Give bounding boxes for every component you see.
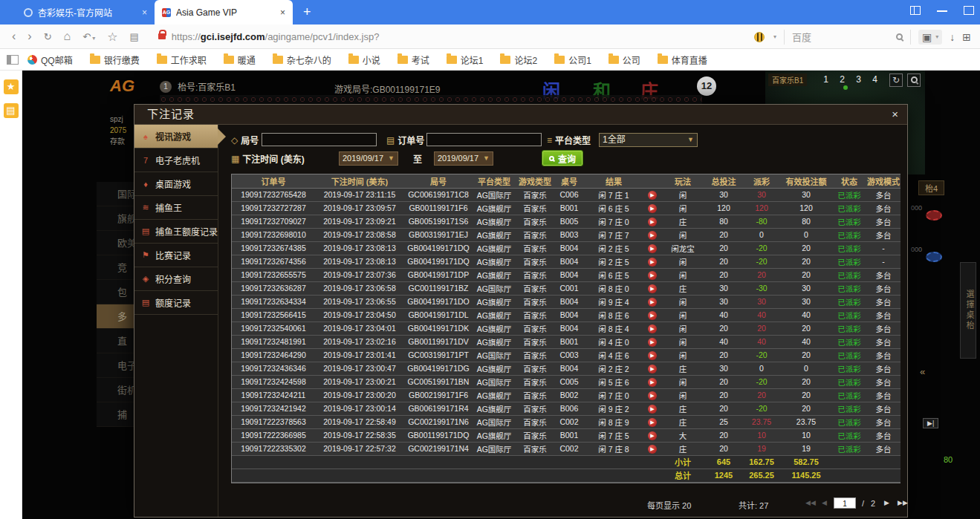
bookmark-item[interactable]: 银行缴费 bbox=[90, 53, 140, 66]
date-from-select[interactable]: ▼2019/09/17 bbox=[339, 151, 398, 166]
tab-close-icon[interactable]: × bbox=[142, 7, 147, 18]
replay-video-icon[interactable]: ▶ bbox=[648, 445, 657, 454]
modal-close-icon[interactable]: × bbox=[892, 108, 898, 120]
notes-icon[interactable]: ▤ bbox=[130, 31, 139, 42]
blue-chip[interactable] bbox=[926, 252, 942, 262]
bee-extension-icon[interactable] bbox=[754, 32, 765, 42]
tab-title: 杏彩娱乐-官方网站 bbox=[38, 6, 136, 19]
cell-table-no: B004 bbox=[554, 308, 584, 321]
sidebar-item-icon: ≋ bbox=[140, 203, 151, 212]
replay-video-icon[interactable]: ▶ bbox=[648, 324, 657, 333]
modal-sidebar-item[interactable]: ≋ 捕鱼王 bbox=[134, 196, 218, 220]
replay-video-icon[interactable]: ▶ bbox=[648, 365, 657, 373]
next-page-button[interactable]: ▶ bbox=[884, 499, 889, 506]
https-lock-icon[interactable] bbox=[158, 33, 166, 39]
video-refresh-icon[interactable]: ↻ bbox=[889, 74, 903, 87]
active-camera-dot bbox=[843, 85, 848, 90]
page-number-input[interactable]: 1 bbox=[834, 497, 856, 509]
replay-video-icon[interactable]: ▶ bbox=[648, 271, 657, 280]
replay-video-icon[interactable]: ▶ bbox=[648, 351, 657, 360]
replay-video-icon[interactable]: ▶ bbox=[648, 231, 657, 240]
replay-video-icon[interactable]: ▶ bbox=[648, 405, 657, 414]
tile-windows-icon[interactable] bbox=[910, 6, 921, 15]
side-panel-toggle-icon[interactable] bbox=[7, 55, 19, 65]
table-row: 190917232436346 2019-09-17 23:00:47 GB00… bbox=[232, 362, 901, 375]
search-button[interactable]: 查询 bbox=[542, 150, 583, 166]
cell-table-no: B001 bbox=[554, 428, 584, 442]
bookmark-item[interactable]: 公司1 bbox=[554, 53, 591, 66]
bookmark-item[interactable]: 体育直播 bbox=[658, 53, 707, 66]
replay-video-icon[interactable]: ▶ bbox=[648, 298, 657, 307]
maximize-icon[interactable] bbox=[964, 6, 974, 15]
new-tab-button[interactable]: + bbox=[303, 4, 311, 20]
modal-sidebar-item[interactable]: 7 电子老虎机 bbox=[134, 148, 218, 172]
round-no-input[interactable] bbox=[262, 133, 377, 146]
red-chip[interactable] bbox=[926, 210, 942, 221]
bookmark-item[interactable]: QQ邮箱 bbox=[27, 53, 73, 66]
cell-status: 已派彩 bbox=[832, 348, 866, 362]
cell-valid-bet: 20 bbox=[780, 375, 832, 388]
replay-video-icon[interactable]: ▶ bbox=[648, 338, 657, 347]
bookmark-item[interactable]: 公司 bbox=[609, 53, 640, 66]
order-no-input[interactable] bbox=[426, 133, 542, 146]
bookmark-item[interactable]: 论坛1 bbox=[447, 53, 484, 66]
browser-tab-inactive[interactable]: 杏彩娱乐-官方网站 × bbox=[16, 0, 155, 25]
camera-tabs[interactable]: 1 2 3 4 bbox=[823, 74, 882, 85]
favorite-star-icon[interactable]: ☆ bbox=[107, 30, 117, 44]
search-input[interactable]: 百度 bbox=[792, 30, 889, 44]
undo-icon[interactable]: ↶▾ bbox=[82, 31, 95, 42]
replay-video-icon[interactable]: ▶ bbox=[648, 284, 657, 293]
date-to-select[interactable]: ▼2019/09/17 bbox=[434, 151, 493, 166]
home-icon[interactable]: ⌂ bbox=[64, 30, 71, 43]
replay-video-icon[interactable]: ▶ bbox=[648, 431, 657, 440]
bookmark-item[interactable]: 暖通 bbox=[224, 53, 256, 66]
download-icon[interactable]: ↓ bbox=[950, 31, 955, 43]
replay-video-icon[interactable]: ▶ bbox=[648, 204, 657, 213]
replay-video-icon[interactable]: ▶ bbox=[648, 191, 657, 200]
chevron-down-icon[interactable]: ▾ bbox=[773, 33, 776, 40]
forward-icon[interactable]: › bbox=[27, 30, 31, 43]
url-text[interactable]: https://gci.isejfd.com/agingame/pcv1/ind… bbox=[172, 31, 380, 42]
replay-video-icon[interactable]: ▶ bbox=[648, 258, 657, 267]
deposit-link[interactable]: 存款 bbox=[110, 136, 126, 147]
bookmark-item[interactable]: 论坛2 bbox=[500, 53, 537, 66]
bookmark-item[interactable]: 杂七杂八的 bbox=[273, 53, 331, 66]
replay-video-icon[interactable]: ▶ bbox=[648, 244, 657, 253]
replay-video-icon[interactable]: ▶ bbox=[648, 311, 657, 320]
replay-video-icon[interactable]: ▶ bbox=[648, 418, 657, 427]
browser-tab-active[interactable]: AG Asia Game VIP × bbox=[155, 0, 293, 25]
search-icon[interactable] bbox=[896, 33, 903, 40]
platform-type-select[interactable]: ▼1全部 bbox=[599, 133, 698, 147]
cell-play-method: 闲 bbox=[661, 375, 704, 388]
replay-video-icon[interactable]: ▶ bbox=[648, 391, 657, 400]
favorites-star-button[interactable]: ★ bbox=[4, 79, 19, 94]
minimize-icon[interactable] bbox=[937, 6, 947, 12]
refresh-icon[interactable]: ↻ bbox=[44, 31, 52, 42]
modal-sidebar-item[interactable]: ♠ 视讯游戏 bbox=[134, 125, 218, 148]
replay-video-icon[interactable]: ▶ bbox=[648, 378, 657, 387]
modal-sidebar-item[interactable]: ◈ 积分查询 bbox=[134, 267, 218, 291]
capture-tool-button[interactable]: ▣▾ bbox=[918, 30, 942, 45]
modal-sidebar-item[interactable]: ⚑ 比赛记录 bbox=[134, 244, 218, 267]
first-page-button[interactable]: ◀◀ bbox=[805, 499, 816, 506]
replay-video-icon[interactable]: ▶ bbox=[648, 218, 657, 226]
bookmark-item[interactable]: 考试 bbox=[397, 53, 429, 66]
modal-sidebar-item[interactable]: ▤ 捕鱼王额度记录 bbox=[134, 220, 218, 244]
notes-panel-button[interactable]: ▤ bbox=[4, 103, 19, 118]
cell-mode: 多台 bbox=[866, 362, 901, 375]
bookmark-item[interactable]: 工作求职 bbox=[157, 53, 207, 66]
modal-sidebar-item[interactable]: ▤ 额度记录 bbox=[134, 291, 218, 315]
tab-close-icon[interactable]: × bbox=[280, 7, 285, 18]
bookmark-item[interactable]: 小说 bbox=[348, 53, 380, 66]
apps-grid-icon[interactable]: ⊞ bbox=[962, 31, 971, 43]
video-zoom-icon[interactable] bbox=[907, 74, 921, 87]
collapse-chevrons[interactable]: « bbox=[920, 366, 925, 377]
cell-payout: -20 bbox=[743, 241, 780, 255]
table-select-tab[interactable]: 選擇桌枱 bbox=[960, 262, 976, 359]
back-icon[interactable]: ‹ bbox=[12, 30, 16, 43]
roadmap-strip bbox=[160, 95, 702, 104]
play-pause-button[interactable]: ▶| bbox=[923, 418, 938, 428]
modal-sidebar-item[interactable]: ♦ 桌面游戏 bbox=[134, 172, 218, 196]
prev-page-button[interactable]: ◀ bbox=[822, 499, 827, 506]
last-page-button[interactable]: ▶▶ bbox=[898, 499, 908, 506]
